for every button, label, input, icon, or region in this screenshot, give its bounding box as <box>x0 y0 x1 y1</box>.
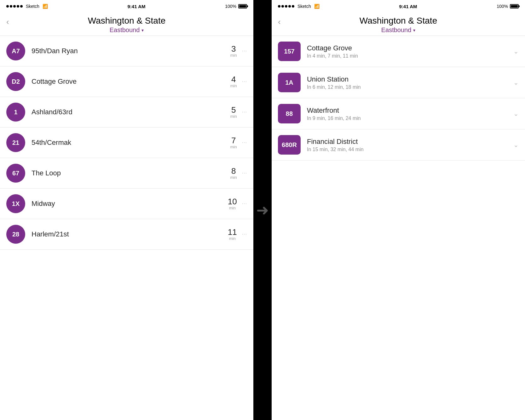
left-list-item[interactable]: 28 Harlem/21st 11 min ··· <box>0 219 253 250</box>
right-battery-pct: 100% <box>497 4 508 9</box>
arrival-time: 5 min <box>230 106 237 119</box>
right-list-item[interactable]: 680R Financial District In 15 min, 32 mi… <box>272 129 525 161</box>
expand-chevron-icon[interactable]: ⌄ <box>513 141 519 149</box>
left-direction-selector[interactable]: Eastbound ▾ <box>110 26 144 34</box>
left-list-item[interactable]: 21 54th/Cermak 7 min ··· <box>0 128 253 158</box>
right-wifi-icon: 📶 <box>314 4 320 9</box>
arrival-times: In 4 min, 7 min, 11 min <box>307 53 510 59</box>
left-route-list: A7 95th/Dan Ryan 3 min ··· D2 Cottage Gr… <box>0 36 253 420</box>
time-number: 4 <box>231 75 236 83</box>
signal-dot-5 <box>20 5 23 8</box>
signal-dot-2 <box>10 5 12 8</box>
left-list-item[interactable]: D2 Cottage Grove 4 min ··· <box>0 66 253 97</box>
left-dropdown-arrow: ▾ <box>141 28 144 33</box>
right-back-button[interactable]: ‹ <box>278 17 281 27</box>
signal-dot-3 <box>13 5 16 8</box>
right-status-left: Sketch 📶 <box>278 4 320 9</box>
arrival-time: 7 min <box>230 136 237 149</box>
left-battery-pct: 100% <box>225 4 236 9</box>
route-info: Financial District In 15 min, 32 min, 44… <box>307 138 510 152</box>
expand-chevron-icon[interactable]: ⌄ <box>513 110 519 117</box>
right-signal-dot-5 <box>292 5 294 8</box>
route-badge: 157 <box>278 42 301 61</box>
left-status-left: Sketch 📶 <box>6 4 48 9</box>
arrival-time: 10 min <box>228 197 237 210</box>
route-badge: 1A <box>278 73 301 92</box>
battery-icon <box>238 4 247 9</box>
left-list-item[interactable]: A7 95th/Dan Ryan 3 min ··· <box>0 36 253 66</box>
right-header-title: Washington & State <box>360 16 437 26</box>
left-status-right: 100% <box>225 4 247 9</box>
route-badge: 1X <box>6 194 25 213</box>
route-badge: 21 <box>6 133 25 152</box>
right-route-list: 157 Cottage Grove In 4 min, 7 min, 11 mi… <box>272 36 525 420</box>
right-phone-panel: Sketch 📶 9:41 AM 100% ‹ Washington & Sta… <box>272 0 525 420</box>
right-list-item[interactable]: 157 Cottage Grove In 4 min, 7 min, 11 mi… <box>272 36 525 67</box>
right-list-item[interactable]: 1A Union Station In 6 min, 12 min, 18 mi… <box>272 67 525 98</box>
more-options-icon[interactable]: ··· <box>242 201 247 207</box>
right-signal-dot-4 <box>288 5 291 8</box>
time-number: 5 <box>231 106 236 114</box>
left-phone-panel: Sketch 📶 9:41 AM 100% ‹ Washington & Sta… <box>0 0 253 420</box>
expand-chevron-icon[interactable]: ⌄ <box>513 79 519 86</box>
arrival-time: 8 min <box>230 167 237 180</box>
right-subtitle-text: Eastbound <box>381 26 412 34</box>
route-name: 95th/Dan Ryan <box>32 47 230 55</box>
right-battery-icon <box>510 4 519 9</box>
time-number: 11 <box>228 228 237 236</box>
right-time: 9:41 AM <box>399 4 417 9</box>
left-subtitle-text: Eastbound <box>110 26 140 34</box>
route-name: The Loop <box>32 169 230 177</box>
right-signal-dot-1 <box>278 5 280 8</box>
more-options-icon[interactable]: ··· <box>242 48 247 54</box>
arrival-time: 4 min <box>230 75 237 88</box>
route-name: Financial District <box>307 138 510 146</box>
time-number: 10 <box>228 197 237 206</box>
route-badge: A7 <box>6 42 25 60</box>
right-list-item[interactable]: 88 Waterfront In 9 min, 16 min, 24 min ⌄ <box>272 98 525 129</box>
arrival-time: 11 min <box>228 228 237 241</box>
right-status-bar: Sketch 📶 9:41 AM 100% <box>272 0 525 13</box>
route-name: Ashland/63rd <box>32 108 230 116</box>
left-back-button[interactable]: ‹ <box>6 17 9 27</box>
route-name: 54th/Cermak <box>32 139 230 147</box>
route-name: Waterfront <box>307 106 510 115</box>
arrival-time: 3 min <box>230 45 237 58</box>
right-signal-dots <box>278 5 294 8</box>
expand-chevron-icon[interactable]: ⌄ <box>513 48 519 55</box>
arrival-times: In 15 min, 32 min, 44 min <box>307 147 510 152</box>
right-signal-dot-2 <box>281 5 284 8</box>
more-options-icon[interactable]: ··· <box>242 79 247 84</box>
route-name: Harlem/21st <box>32 230 228 238</box>
right-dropdown-arrow: ▾ <box>413 28 415 33</box>
more-options-icon[interactable]: ··· <box>242 170 247 176</box>
right-app-name: Sketch <box>297 4 311 9</box>
route-badge: 680R <box>278 135 301 155</box>
left-time: 9:41 AM <box>128 4 146 9</box>
transfer-arrow-icon: ➜ <box>256 201 269 219</box>
time-number: 8 <box>231 167 236 175</box>
arrival-times: In 6 min, 12 min, 18 min <box>307 84 510 90</box>
time-unit: min <box>230 83 237 88</box>
left-status-bar: Sketch 📶 9:41 AM 100% <box>0 0 253 13</box>
battery-fill <box>239 5 246 8</box>
right-header: ‹ Washington & State Eastbound ▾ <box>272 13 525 36</box>
left-app-name: Sketch <box>26 4 39 9</box>
arrival-times: In 9 min, 16 min, 24 min <box>307 116 510 121</box>
time-unit: min <box>229 236 236 241</box>
more-options-icon[interactable]: ··· <box>242 140 247 145</box>
right-signal-dot-3 <box>285 5 287 8</box>
right-direction-selector[interactable]: Eastbound ▾ <box>381 26 416 34</box>
route-info: Cottage Grove In 4 min, 7 min, 11 min <box>307 44 510 59</box>
left-list-item[interactable]: 1X Midway 10 min ··· <box>0 189 253 219</box>
route-name: Union Station <box>307 75 510 83</box>
left-list-item[interactable]: 67 The Loop 8 min ··· <box>0 158 253 189</box>
signal-dot-4 <box>17 5 19 8</box>
left-list-item[interactable]: 1 Ashland/63rd 5 min ··· <box>0 97 253 128</box>
left-header: ‹ Washington & State Eastbound ▾ <box>0 13 253 36</box>
time-unit: min <box>230 114 237 119</box>
more-options-icon[interactable]: ··· <box>242 231 247 237</box>
wifi-icon: 📶 <box>43 4 48 9</box>
more-options-icon[interactable]: ··· <box>242 109 247 115</box>
route-badge: 88 <box>278 104 301 123</box>
